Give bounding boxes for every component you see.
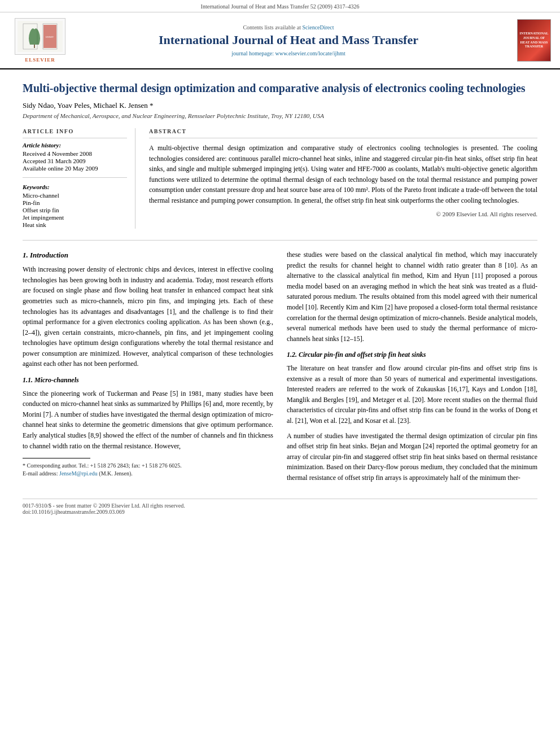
authors-line: Sidy Ndao, Yoav Peles, Michael K. Jensen…: [23, 101, 537, 110]
footnote-email: E-mail address: JenseM@rpi.edu (M.K. Jen…: [23, 470, 273, 478]
footnote-asterisk: * Corresponding author. Tel.: +1 518 276…: [23, 462, 273, 470]
svg-text:IJHMT: IJHMT: [46, 36, 54, 38]
keyword-5: Heat sink: [23, 221, 127, 228]
affiliation-text: Department of Mechanical, Aerospace, and…: [23, 112, 537, 119]
journal-header: IJHMT ELSEVIER Contents lists available …: [0, 12, 560, 69]
section1-heading: 1. Introduction: [23, 250, 273, 261]
article-info-panel: ARTICLE INFO Article history: Received 4…: [23, 128, 135, 229]
keywords-label: Keywords:: [23, 184, 127, 190]
abstract-text: A multi-objective thermal design optimiz…: [149, 143, 537, 206]
paper-title: Multi-objective thermal design optimizat…: [23, 81, 537, 95]
abstract-panel: ABSTRACT A multi-objective thermal desig…: [149, 128, 537, 229]
copyright-line: © 2009 Elsevier Ltd. All rights reserved…: [149, 211, 537, 217]
elsevier-brand-text: ELSEVIER: [25, 57, 55, 63]
subsection2-heading: 1.2. Circular pin-fin and offset strip f…: [287, 350, 537, 360]
authors-text: Sidy Ndao, Yoav Peles, Michael K. Jensen…: [23, 101, 153, 110]
article-info-label: ARTICLE INFO: [23, 128, 127, 134]
sciencedirect-line: Contents lists available at ScienceDirec…: [71, 24, 506, 30]
available-date: Available online 20 May 2009: [23, 165, 127, 172]
citation-text: International Journal of Heat and Mass T…: [201, 3, 360, 10]
journal-cover-image: INTERNATIONALJOURNAL OFHEAT AND MASSTRAN…: [517, 19, 551, 62]
keyword-1: Micro-channel: [23, 192, 127, 199]
journal-cover-area: INTERNATIONALJOURNAL OFHEAT AND MASSTRAN…: [506, 19, 551, 62]
abstract-label: ABSTRACT: [149, 128, 537, 134]
section-divider: [23, 240, 537, 241]
right-para1: these studies were based on the classica…: [287, 250, 537, 344]
history-label: Article history:: [23, 142, 127, 148]
intro-para1: With increasing power density of electro…: [23, 264, 273, 369]
accepted-date: Accepted 31 March 2009: [23, 158, 127, 164]
issn-line: 0017-9310/$ - see front matter © 2009 El…: [23, 503, 537, 509]
keyword-3: Offset strip fin: [23, 207, 127, 213]
keyword-4: Jet impingement: [23, 214, 127, 221]
subsection2-para1: The literature on heat transfer and flow…: [287, 363, 537, 426]
footnote-divider: [23, 458, 90, 458]
footnote-email-link[interactable]: JenseM@rpi.edu: [59, 470, 98, 477]
subsection1-para: Since the pioneering work of Tuckerman a…: [23, 388, 273, 452]
journal-title-area: Contents lists available at ScienceDirec…: [71, 24, 506, 56]
elsevier-tree-logo: IJHMT: [15, 18, 65, 55]
bottom-bar: 0017-9310/$ - see front matter © 2009 El…: [23, 499, 537, 515]
main-content: Multi-objective thermal design optimizat…: [0, 69, 560, 526]
received-date: Received 4 November 2008: [23, 150, 127, 157]
subsection1-heading: 1.1. Micro-channels: [23, 375, 273, 386]
top-citation-bar: International Journal of Heat and Mass T…: [0, 0, 560, 12]
cover-title-text: INTERNATIONALJOURNAL OFHEAT AND MASSTRAN…: [520, 32, 549, 49]
elsevier-logo-area: IJHMT ELSEVIER: [9, 18, 71, 63]
doi-line: doi:10.1016/j.ijheatmasstransfer.2009.03…: [23, 509, 537, 515]
sciencedirect-link[interactable]: ScienceDirect: [302, 24, 334, 30]
journal-homepage: journal homepage: www.elsevier.com/locat…: [71, 50, 506, 56]
homepage-text: journal homepage: www.elsevier.com/locat…: [231, 50, 345, 56]
body-two-col: 1. Introduction With increasing power de…: [23, 250, 537, 487]
subsection2-para2: A number of studies have investigated th…: [287, 431, 537, 483]
journal-title: International Journal of Heat and Mass T…: [71, 33, 506, 47]
keyword-2: Pin-fin: [23, 199, 127, 206]
body-right-col: these studies were based on the classica…: [287, 250, 537, 487]
body-left-col: 1. Introduction With increasing power de…: [23, 250, 273, 487]
article-info-abstract-row: ARTICLE INFO Article history: Received 4…: [23, 128, 537, 229]
